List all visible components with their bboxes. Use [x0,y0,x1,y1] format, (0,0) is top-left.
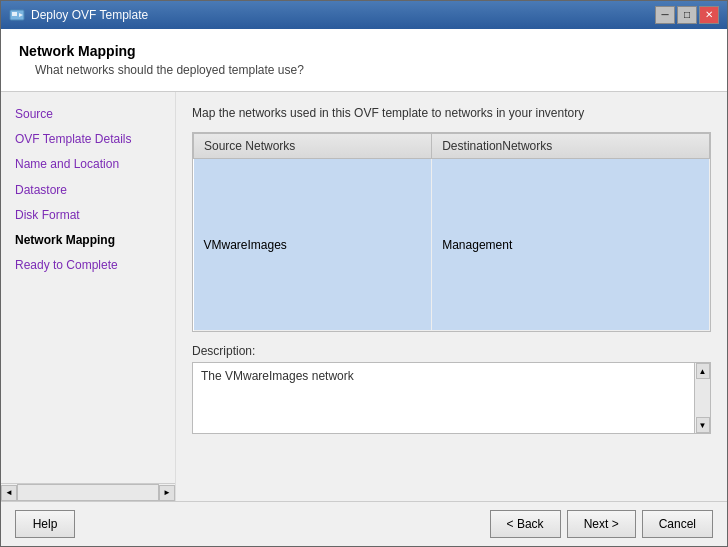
sidebar-item-datastore[interactable]: Datastore [9,178,167,203]
sidebar: Source OVF Template Details Name and Loc… [1,92,176,501]
title-bar: Deploy OVF Template ─ □ ✕ [1,1,727,29]
window-icon [9,7,25,23]
right-arrow-icon: ► [163,488,171,497]
close-button[interactable]: ✕ [699,6,719,24]
sidebar-horizontal-scrollbar[interactable]: ◄ ► [1,483,175,501]
header-section: Network Mapping What networks should the… [1,29,727,92]
description-box: The VMwareImages network ▲ ▼ [192,362,711,434]
restore-button[interactable]: □ [677,6,697,24]
description-label: Description: [192,344,711,358]
content-description: Map the networks used in this OVF templa… [192,106,711,120]
window-title: Deploy OVF Template [31,8,655,22]
header-title: Network Mapping [19,43,709,59]
cell-source: VMwareImages [194,159,432,331]
back-button[interactable]: < Back [490,510,561,538]
col-destination-networks: DestinationNetworks [432,134,710,159]
cancel-button[interactable]: Cancel [642,510,713,538]
scroll-thumb[interactable] [695,379,710,417]
sidebar-item-ready-to-complete[interactable]: Ready to Complete [9,253,167,278]
main-content: Source OVF Template Details Name and Loc… [1,92,727,501]
description-text: The VMwareImages network [193,363,694,433]
minimize-icon: ─ [661,10,668,20]
network-table-container: Source Networks DestinationNetworks VMwa… [192,132,711,332]
description-section: Description: The VMwareImages network ▲ … [192,344,711,434]
scroll-track[interactable] [17,484,159,501]
minimize-button[interactable]: ─ [655,6,675,24]
table-row[interactable]: VMwareImages Management [194,159,710,331]
restore-icon: □ [684,10,690,20]
scroll-up-arrow[interactable]: ▲ [696,363,710,379]
sidebar-item-name-and-location[interactable]: Name and Location [9,152,167,177]
cell-destination: Management [432,159,710,331]
description-scrollbar[interactable]: ▲ ▼ [694,363,710,433]
header-subtitle: What networks should the deployed templa… [19,63,709,77]
scroll-right-arrow[interactable]: ► [159,485,175,501]
main-window: Deploy OVF Template ─ □ ✕ Network Mappin… [0,0,728,547]
sidebar-nav: Source OVF Template Details Name and Loc… [1,92,175,483]
network-table: Source Networks DestinationNetworks VMwa… [193,133,710,331]
scroll-down-arrow[interactable]: ▼ [696,417,710,433]
up-arrow-icon: ▲ [699,367,707,376]
window-controls: ─ □ ✕ [655,6,719,24]
col-source-networks: Source Networks [194,134,432,159]
scroll-left-arrow[interactable]: ◄ [1,485,17,501]
sidebar-item-network-mapping: Network Mapping [9,228,167,253]
down-arrow-icon: ▼ [699,421,707,430]
table-header-row: Source Networks DestinationNetworks [194,134,710,159]
svg-rect-1 [12,12,17,16]
left-arrow-icon: ◄ [5,488,13,497]
bottom-bar: Help < Back Next > Cancel [1,501,727,546]
content-panel: Map the networks used in this OVF templa… [176,92,727,501]
sidebar-item-source[interactable]: Source [9,102,167,127]
next-button[interactable]: Next > [567,510,636,538]
sidebar-item-ovf-template-details[interactable]: OVF Template Details [9,127,167,152]
help-button[interactable]: Help [15,510,75,538]
sidebar-item-disk-format[interactable]: Disk Format [9,203,167,228]
close-icon: ✕ [705,10,713,20]
